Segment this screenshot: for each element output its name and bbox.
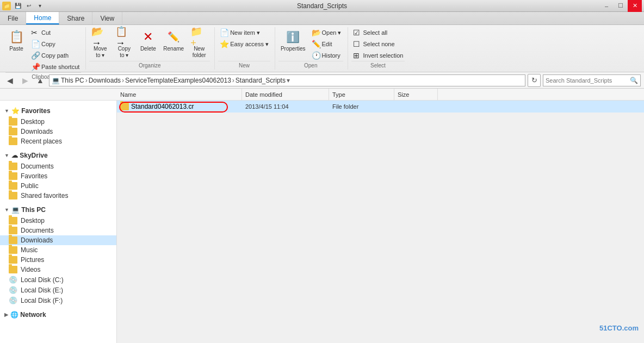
open-button[interactable]: 📂 Open ▾ (310, 27, 343, 38)
tab-share[interactable]: Share (59, 12, 92, 24)
select-all-button[interactable]: ☑ Select all (351, 27, 405, 38)
sidebar-item-pc-music[interactable]: Music (0, 245, 116, 255)
clipboard-items: 📋 Paste ✂ Cut 📄 Copy 🔗 Copy path (5, 27, 81, 72)
refresh-button[interactable]: ↻ (528, 74, 541, 87)
rename-button[interactable]: ✏️ Rename (161, 27, 186, 53)
up-button[interactable]: ▲ (34, 74, 47, 87)
copy-to-button[interactable]: 📋→ Copyto ▾ (113, 27, 135, 60)
expand-icon: ▼ (4, 207, 9, 213)
select-all-icon: ☑ (353, 28, 362, 37)
sidebar-item-pc-c[interactable]: 💿 Local Disk (C:) (0, 275, 116, 285)
search-input[interactable] (546, 77, 629, 84)
disk-icon: 💿 (9, 276, 17, 284)
select-none-button[interactable]: ☐ Select none (351, 39, 405, 49)
folder-icon (9, 163, 17, 170)
sidebar-item-recent[interactable]: Recent places (0, 136, 116, 146)
copy-path-icon: 🔗 (31, 51, 40, 60)
col-header-name[interactable]: Name (117, 89, 242, 100)
bc-service[interactable]: ServiceTemplateExamples04062013 (125, 77, 231, 84)
col-header-size[interactable]: Size (394, 89, 438, 100)
sidebar-item-skydrive-shared[interactable]: Shared favorites (0, 191, 116, 201)
content-area: Standard04062013.cr 2013/4/15 11:04 File… (117, 101, 644, 113)
sidebar-item-pc-videos[interactable]: Videos (0, 265, 116, 275)
edit-button[interactable]: ✏️ Edit (310, 39, 343, 49)
sidebar-item-skydrive-pub[interactable]: Public (0, 181, 116, 191)
col-header-date[interactable]: Date modified (242, 89, 329, 100)
easy-access-icon: ⭐ (220, 40, 228, 48)
properties-button[interactable]: ℹ️ Properties (278, 27, 308, 53)
breadcrumb[interactable]: 💻 This PC › Downloads › ServiceTemplateE… (49, 74, 525, 86)
sidebar-network-title[interactable]: ▶ 🌐 Network (0, 309, 116, 321)
sidebar-item-pc-downloads[interactable]: Downloads (0, 235, 116, 245)
new-item-button[interactable]: 📄 New item ▾ (218, 27, 270, 38)
sidebar-item-pc-docs[interactable]: Documents (0, 226, 116, 235)
close-button[interactable]: ✕ (628, 0, 642, 12)
folder-icon (9, 192, 17, 199)
file-folder-icon (120, 103, 129, 110)
app-icon: 📁 (2, 2, 11, 10)
sidebar-item-desktop[interactable]: Desktop (0, 117, 116, 127)
bc-downloads[interactable]: Downloads (89, 77, 121, 84)
move-to-button[interactable]: 📂→ Moveto ▾ (89, 27, 111, 60)
forward-button[interactable]: ▶ (18, 74, 32, 87)
expand-icon: ▶ (4, 312, 8, 317)
copy-button[interactable]: 📄 Copy (29, 39, 81, 49)
sidebar-favorites-title[interactable]: ▼ ⭐ Favorites (0, 105, 116, 117)
minimize-button[interactable]: – (599, 0, 614, 12)
expand-icon: ▼ (4, 153, 9, 158)
rename-icon: ✏️ (165, 28, 182, 46)
folder-icon (9, 236, 17, 244)
delete-button[interactable]: ✕ Delete (137, 27, 159, 53)
maximize-button[interactable]: ☐ (614, 0, 628, 12)
tab-home[interactable]: Home (26, 12, 59, 24)
new-folder-button[interactable]: 📁+ Newfolder (188, 27, 210, 60)
sidebar-thispc-title[interactable]: ▼ 💻 This PC (0, 204, 116, 216)
select-items: ☑ Select all ☐ Select none ⊞ Invert sele… (351, 27, 405, 61)
qa-dropdown-button[interactable]: ▾ (35, 2, 45, 10)
open-col: 📂 Open ▾ ✏️ Edit 🕐 History (310, 27, 343, 61)
easy-access-button[interactable]: ⭐ Easy access ▾ (218, 39, 270, 49)
history-button[interactable]: 🕐 History (310, 50, 343, 61)
copy-path-button[interactable]: 🔗 Copy path (29, 50, 81, 61)
sidebar-item-pc-pictures[interactable]: Pictures (0, 255, 116, 265)
table-row[interactable]: Standard04062013.cr 2013/4/15 11:04 File… (117, 101, 644, 113)
tab-file[interactable]: File (0, 12, 26, 24)
invert-selection-icon: ⊞ (353, 51, 362, 60)
sidebar-item-downloads-fav[interactable]: Downloads (0, 127, 116, 136)
sidebar-item-skydrive-fav[interactable]: Favorites (0, 171, 116, 181)
sidebar-skydrive-title[interactable]: ▼ ☁ SkyDrive (0, 149, 116, 161)
paste-shortcut-button[interactable]: 📌 Paste shortcut (29, 61, 81, 72)
invert-selection-button[interactable]: ⊞ Invert selection (351, 50, 405, 61)
folder-icon (9, 118, 17, 126)
qa-save-button[interactable]: 💾 (13, 2, 23, 10)
folder-icon (9, 217, 17, 224)
back-button[interactable]: ◀ (3, 74, 16, 87)
bc-thispc[interactable]: This PC (61, 77, 84, 84)
sidebar-network-label: 🌐 Network (10, 311, 46, 319)
tab-view[interactable]: View (92, 12, 122, 24)
file-type: File folder (332, 103, 398, 110)
search-box[interactable]: 🔍 (543, 74, 641, 86)
folder-icon (9, 182, 17, 190)
sidebar-item-pc-e[interactable]: 💿 Local Disk (E:) (0, 285, 116, 295)
file-name-cell: Standard04062013.cr (120, 103, 245, 110)
sidebar-thispc-label: 💻 This PC (11, 206, 46, 214)
bc-scripts[interactable]: Standard_Scripts (236, 77, 286, 84)
col-header-type[interactable]: Type (329, 89, 394, 100)
sidebar-item-pc-desktop[interactable]: Desktop (0, 216, 116, 226)
content-wrapper: Standard04062013.cr 2013/4/15 11:04 File… (117, 101, 644, 343)
cut-button[interactable]: ✂ Cut (29, 27, 81, 38)
qa-undo-button[interactable]: ↩ (24, 2, 34, 10)
expand-icon: ▼ (4, 108, 9, 114)
folder-icon (9, 256, 17, 264)
main-layout: ▼ ⭐ Favorites Desktop Downloads Recent p… (0, 101, 644, 343)
window-title: Standard_Scripts (45, 2, 599, 10)
history-icon: 🕐 (312, 51, 320, 60)
sidebar-item-pc-f[interactable]: 💿 Local Disk (F:) (0, 295, 116, 305)
copy-to-icon: 📋→ (115, 28, 133, 46)
paste-button[interactable]: 📋 Paste (5, 27, 27, 53)
properties-icon: ℹ️ (284, 28, 302, 46)
ribbon-tab-bar: File Home Share View (0, 12, 644, 25)
new-items: 📄 New item ▾ ⭐ Easy access ▾ (218, 27, 270, 61)
sidebar-item-skydrive-docs[interactable]: Documents (0, 161, 116, 171)
